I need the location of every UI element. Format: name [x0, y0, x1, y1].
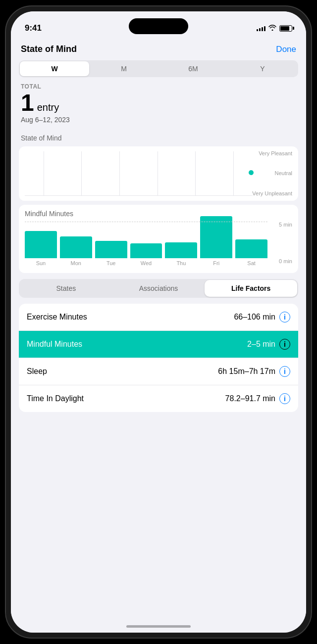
daylight-value-wrap: 78.2–91.7 min i: [225, 393, 290, 404]
label-very-unpleasant: Very Unpleasant: [252, 190, 292, 197]
label-very-pleasant: Very Pleasant: [252, 150, 292, 157]
bar-wed: [130, 243, 162, 258]
gridline-5: [195, 151, 196, 195]
bar-group-sat: Sat: [235, 239, 267, 266]
bar-group-mon: Mon: [60, 236, 92, 266]
sleep-value: 6h 15m–7h 17m: [218, 367, 275, 376]
mind-chart: Very Pleasant Neutral Very Unpleasant: [19, 146, 298, 201]
bar-chart-wrapper: Sun Mon Tue Wed: [25, 222, 292, 271]
mindful-minutes-label: Mindful Minutes: [27, 340, 82, 349]
life-factor-exercise[interactable]: Exercise Minutes 66–106 min i: [19, 304, 298, 331]
time-range-segment: W M 6M Y: [19, 60, 298, 77]
signal-bar-3: [262, 27, 263, 31]
gridline-1: [44, 151, 44, 195]
done-button[interactable]: Done: [276, 45, 296, 54]
gridline-4: [158, 151, 158, 195]
dynamic-island: [129, 18, 188, 34]
entry-count: 1: [21, 91, 34, 115]
signal-bar-1: [257, 29, 258, 31]
mind-chart-labels: Very Pleasant Neutral Very Unpleasant: [252, 150, 292, 197]
life-factors-list: Exercise Minutes 66–106 min i Mindful Mi…: [19, 304, 298, 412]
page-header: State of Mind Done: [11, 38, 306, 60]
exercise-minutes-value-wrap: 66–106 min i: [234, 312, 290, 322]
mind-chart-area: [25, 151, 253, 196]
daylight-label: Time In Daylight: [27, 394, 84, 403]
sleep-value-wrap: 6h 15m–7h 17m i: [218, 366, 290, 377]
bar-mon: [60, 236, 92, 258]
chart-top-line: [25, 222, 267, 222]
bar-label-fri: Fri: [213, 260, 219, 266]
battery-icon: [279, 25, 292, 32]
status-icons: [257, 25, 292, 32]
sleep-label: Sleep: [27, 367, 47, 376]
tab-life-factors[interactable]: Life Factors: [205, 280, 297, 297]
stats-section: TOTAL 1 entry Aug 6–12, 2023: [11, 83, 306, 132]
segment-6month[interactable]: 6M: [158, 61, 228, 76]
bar-label-wed: Wed: [141, 260, 152, 266]
bar-label-thu: Thu: [176, 260, 186, 266]
gridline-2: [81, 151, 82, 195]
bar-sun: [25, 231, 57, 258]
bar-fri: [200, 216, 232, 258]
segment-week[interactable]: W: [20, 61, 89, 76]
mindful-minutes-value: 2–5 min: [247, 340, 275, 349]
gridline-6: [233, 151, 234, 195]
bar-label-sat: Sat: [247, 260, 256, 266]
battery-fill: [280, 26, 289, 31]
signal-bars-icon: [257, 25, 265, 31]
wifi-icon: [268, 25, 276, 32]
exercise-minutes-label: Exercise Minutes: [27, 313, 87, 322]
segment-year[interactable]: Y: [228, 61, 297, 76]
mind-chart-title: State of Mind: [21, 134, 62, 142]
y-label-5min: 5 min: [279, 222, 292, 228]
bar-group-fri: Fri: [200, 216, 232, 266]
life-factor-sleep[interactable]: Sleep 6h 15m–7h 17m i: [19, 358, 298, 385]
page-title: State of Mind: [21, 44, 77, 54]
bar-chart-y-labels: 5 min 0 min: [270, 222, 292, 264]
label-neutral: Neutral: [252, 170, 292, 177]
gridline-3: [119, 151, 120, 195]
bar-label-sun: Sun: [36, 260, 46, 266]
signal-bar-2: [259, 28, 261, 31]
bar-tue: [95, 241, 127, 258]
bar-thu: [165, 242, 197, 258]
tab-associations[interactable]: Associations: [112, 280, 205, 297]
daylight-value: 78.2–91.7 min: [225, 394, 275, 403]
mindful-chart-container: Mindful Minutes Sun Mon: [19, 205, 298, 273]
status-time: 9:41: [25, 23, 42, 33]
bar-sat: [235, 239, 267, 258]
y-label-0min: 0 min: [279, 258, 292, 264]
total-label: TOTAL: [21, 83, 296, 90]
signal-bar-4: [264, 26, 265, 31]
sleep-info-icon[interactable]: i: [279, 366, 290, 377]
daylight-info-icon[interactable]: i: [279, 393, 290, 404]
life-factor-mindful[interactable]: Mindful Minutes 2–5 min i: [19, 331, 298, 358]
mindful-info-icon[interactable]: i: [279, 339, 290, 350]
mindful-chart-title: Mindful Minutes: [25, 210, 292, 218]
bar-group-tue: Tue: [95, 241, 127, 266]
mind-chart-grid: [25, 151, 253, 195]
home-indicator: [126, 625, 191, 628]
bar-group-thu: Thu: [165, 242, 197, 266]
exercise-minutes-value: 66–106 min: [234, 313, 275, 322]
bar-chart: Sun Mon Tue Wed: [25, 222, 292, 266]
bar-label-tue: Tue: [106, 260, 116, 266]
entry-unit: entry: [37, 102, 59, 113]
date-range: Aug 6–12, 2023: [21, 116, 296, 124]
stats-count: 1 entry: [21, 91, 296, 115]
bar-group-sun: Sun: [25, 231, 57, 266]
tab-states[interactable]: States: [20, 280, 112, 297]
bar-group-wed: Wed: [130, 243, 162, 266]
life-factor-daylight[interactable]: Time In Daylight 78.2–91.7 min i: [19, 385, 298, 412]
bar-label-mon: Mon: [71, 260, 81, 266]
main-content: State of Mind Done W M 6M Y TOTAL 1 entr…: [11, 38, 306, 633]
mindful-minutes-value-wrap: 2–5 min i: [247, 339, 290, 350]
mind-chart-header: State of Mind: [11, 132, 306, 146]
segment-month[interactable]: M: [89, 61, 158, 76]
exercise-info-icon[interactable]: i: [279, 312, 290, 322]
content-tabs: States Associations Life Factors: [19, 279, 298, 298]
